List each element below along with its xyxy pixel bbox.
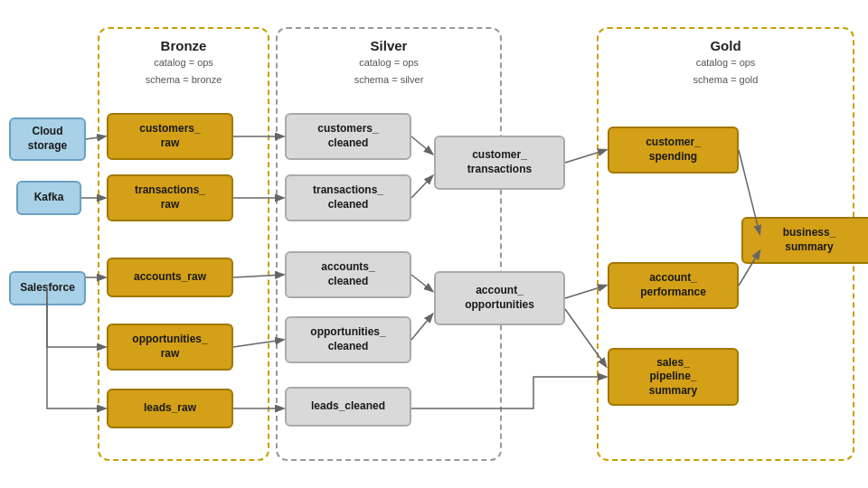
node-opportunities-raw: opportunities_raw xyxy=(107,324,233,371)
node-opportunities-cleaned: opportunities_cleaned xyxy=(285,316,411,363)
node-accounts-cleaned: accounts_cleaned xyxy=(285,251,411,298)
node-business-summary: business_summary xyxy=(741,217,868,264)
bronze-title: Bronze xyxy=(99,38,268,53)
node-leads-cleaned: leads_cleaned xyxy=(285,387,411,427)
node-leads-raw: leads_raw xyxy=(107,389,233,428)
node-accounts-raw: accounts_raw xyxy=(107,258,233,297)
node-sales-pipeline-summary: sales_pipeline_summary xyxy=(608,348,739,406)
silver-schema: schema = silver xyxy=(278,72,500,88)
silver-label: Silver catalog = ops schema = silver xyxy=(278,38,500,87)
node-account-opportunities: account_opportunities xyxy=(434,271,565,325)
diagram-container: Bronze catalog = ops schema = bronze Sil… xyxy=(0,0,868,488)
silver-catalog: catalog = ops xyxy=(278,55,500,70)
bronze-catalog: catalog = ops xyxy=(99,55,268,70)
bronze-schema: schema = bronze xyxy=(99,72,268,88)
gold-title: Gold xyxy=(599,38,853,53)
source-cloud-storage: Cloud storage xyxy=(9,117,86,161)
node-transactions-raw: transactions_raw xyxy=(107,174,233,221)
node-customers-raw: customers_raw xyxy=(107,113,233,160)
node-customers-cleaned: customers_cleaned xyxy=(285,113,411,160)
silver-title: Silver xyxy=(278,38,500,53)
source-kafka: Kafka xyxy=(16,181,81,215)
source-salesforce: Salesforce xyxy=(9,271,86,305)
node-transactions-cleaned: transactions_cleaned xyxy=(285,174,411,221)
node-account-performance: account_performance xyxy=(608,262,739,309)
gold-schema: schema = gold xyxy=(599,72,853,88)
gold-catalog: catalog = ops xyxy=(599,55,853,70)
gold-label: Gold catalog = ops schema = gold xyxy=(599,38,853,87)
node-customer-transactions: customer_transactions xyxy=(434,136,565,190)
node-customer-spending: customer_spending xyxy=(608,127,739,174)
bronze-label: Bronze catalog = ops schema = bronze xyxy=(99,38,268,87)
